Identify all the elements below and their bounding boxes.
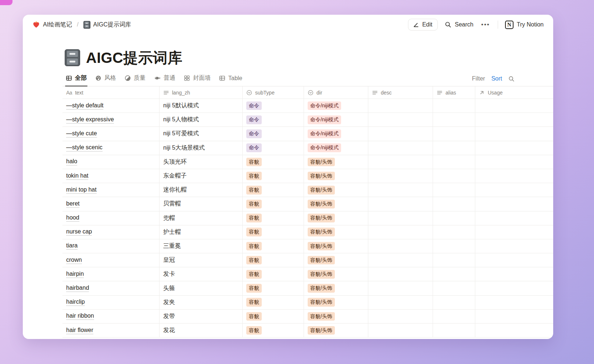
column-header[interactable]: alias: [433, 86, 475, 99]
cell-text[interactable]: —style expressive: [62, 113, 160, 127]
cell-alias[interactable]: [433, 127, 475, 141]
cell-text[interactable]: —style cute: [62, 127, 160, 141]
cell-subtype[interactable]: 容貌: [243, 225, 304, 239]
cell-dir[interactable]: 容貌/头饰: [304, 155, 368, 169]
cell-dir[interactable]: 容貌/头饰: [304, 183, 368, 197]
cell-dir[interactable]: 容貌/头饰: [304, 225, 368, 239]
cell-alias[interactable]: [433, 310, 475, 324]
cell-usage[interactable]: [475, 211, 553, 225]
row-title-link[interactable]: hairband: [66, 285, 89, 292]
cell-usage[interactable]: [475, 183, 553, 197]
cell-usage[interactable]: [475, 197, 553, 211]
row-title-link[interactable]: —style scenic: [66, 144, 103, 151]
cell-text[interactable]: nurse cap: [62, 225, 160, 239]
cell-alias[interactable]: [433, 155, 475, 169]
cell-lang-zh[interactable]: 兜帽: [160, 211, 243, 225]
row-title-link[interactable]: hair ribbon: [66, 313, 94, 320]
cell-usage[interactable]: [475, 281, 553, 295]
cell-alias[interactable]: [433, 169, 475, 183]
cell-lang-zh[interactable]: 发花: [160, 324, 243, 338]
cell-lang-zh[interactable]: 发夹: [160, 296, 243, 310]
cell-subtype[interactable]: 容貌: [243, 169, 304, 183]
cell-text[interactable]: hairband: [62, 281, 160, 295]
cell-dir[interactable]: 命令/niji模式: [304, 127, 368, 141]
row-title-link[interactable]: mini top hat: [66, 186, 97, 194]
cell-alias[interactable]: [433, 281, 475, 295]
column-header[interactable]: Usage: [475, 86, 553, 99]
cell-alias[interactable]: [433, 324, 475, 338]
cell-lang-zh[interactable]: 迷你礼帽: [160, 183, 243, 197]
cell-lang-zh[interactable]: 护士帽: [160, 225, 243, 239]
cell-text[interactable]: hairclip: [62, 296, 160, 310]
row-title-link[interactable]: —style default: [66, 102, 103, 110]
cell-text[interactable]: —style scenic: [62, 141, 160, 155]
cell-dir[interactable]: 命令/niji模式: [304, 113, 368, 127]
row-title-link[interactable]: hood: [66, 214, 79, 222]
breadcrumb-item-page[interactable]: AIGC提示词库: [82, 20, 133, 30]
row-title-link[interactable]: tiara: [66, 242, 78, 250]
column-header[interactable]: Aatext: [62, 86, 160, 99]
row-title-link[interactable]: hairpin: [66, 271, 84, 278]
cell-subtype[interactable]: 命令: [243, 99, 304, 113]
cell-text[interactable]: hairpin: [62, 267, 160, 281]
cell-dir[interactable]: 容貌/头饰: [304, 267, 368, 281]
cell-usage[interactable]: [475, 141, 553, 155]
cell-text[interactable]: mini top hat: [62, 183, 160, 197]
cell-subtype[interactable]: 容貌: [243, 324, 304, 338]
view-tab[interactable]: 质量: [121, 71, 149, 86]
column-header[interactable]: desc: [368, 86, 433, 99]
cell-desc[interactable]: [368, 127, 433, 141]
cell-subtype[interactable]: 容貌: [243, 197, 304, 211]
cell-usage[interactable]: [475, 155, 553, 169]
cell-desc[interactable]: [368, 310, 433, 324]
sort-button[interactable]: Sort: [491, 75, 502, 82]
cell-text[interactable]: hair ribbon: [62, 310, 160, 324]
search-icon[interactable]: [508, 76, 515, 82]
cell-text[interactable]: crown: [62, 253, 160, 267]
cell-dir[interactable]: 命令/niji模式: [304, 99, 368, 113]
column-header[interactable]: subType: [243, 86, 304, 99]
view-tab[interactable]: 全部: [62, 71, 90, 86]
cell-subtype[interactable]: 容貌: [243, 296, 304, 310]
cell-desc[interactable]: [368, 169, 433, 183]
cell-lang-zh[interactable]: 发带: [160, 310, 243, 324]
cell-subtype[interactable]: 容貌: [243, 310, 304, 324]
view-tab[interactable]: 普通: [151, 71, 179, 86]
cell-dir[interactable]: 容貌/头饰: [304, 296, 368, 310]
view-tab[interactable]: 风格: [92, 71, 119, 86]
cell-desc[interactable]: [368, 99, 433, 113]
cell-alias[interactable]: [433, 211, 475, 225]
cell-text[interactable]: tiara: [62, 239, 160, 253]
cell-alias[interactable]: [433, 296, 475, 310]
cell-desc[interactable]: [368, 141, 433, 155]
cell-desc[interactable]: [368, 211, 433, 225]
row-title-link[interactable]: —style expressive: [66, 116, 114, 124]
cell-desc[interactable]: [368, 253, 433, 267]
cell-subtype[interactable]: 容貌: [243, 155, 304, 169]
cell-usage[interactable]: [475, 267, 553, 281]
cell-usage[interactable]: [475, 310, 553, 324]
cell-alias[interactable]: [433, 113, 475, 127]
cell-alias[interactable]: [433, 197, 475, 211]
cell-subtype[interactable]: 容貌: [243, 211, 304, 225]
cell-lang-zh[interactable]: 东金帽子: [160, 169, 243, 183]
try-notion-button[interactable]: N Try Notion: [505, 21, 544, 29]
cell-usage[interactable]: [475, 239, 553, 253]
cell-desc[interactable]: [368, 324, 433, 338]
cell-desc[interactable]: [368, 239, 433, 253]
cell-desc[interactable]: [368, 197, 433, 211]
cell-text[interactable]: halo: [62, 155, 160, 169]
cell-usage[interactable]: [475, 113, 553, 127]
row-title-link[interactable]: beret: [66, 200, 79, 208]
column-header[interactable]: lang_zh: [160, 86, 243, 99]
cell-alias[interactable]: [433, 253, 475, 267]
cell-desc[interactable]: [368, 113, 433, 127]
cell-alias[interactable]: [433, 99, 475, 113]
cell-usage[interactable]: [475, 296, 553, 310]
view-tab[interactable]: 封面墙: [180, 71, 214, 86]
cell-desc[interactable]: [368, 155, 433, 169]
cell-subtype[interactable]: 容貌: [243, 183, 304, 197]
column-header[interactable]: dir: [304, 86, 368, 99]
cell-dir[interactable]: 容貌/头饰: [304, 310, 368, 324]
cell-usage[interactable]: [475, 99, 553, 113]
